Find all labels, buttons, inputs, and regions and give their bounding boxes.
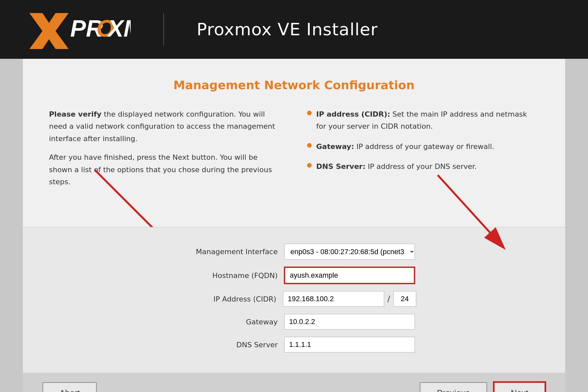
main-content: Management Network Configuration Please … <box>23 59 565 373</box>
list-item-ip: IP address (CIDR): Set the main IP addre… <box>307 108 539 133</box>
info-right: IP address (CIDR): Set the main IP addre… <box>307 108 539 194</box>
cidr-prefix-input[interactable] <box>393 291 416 307</box>
hostname-label: Hostname (FQDN) <box>173 271 278 280</box>
management-interface-select[interactable]: enp0s3 - 08:00:27:20:68:5d (pcnet32) <box>284 244 415 260</box>
dns-row: DNS Server <box>49 337 539 352</box>
info-section: Please verify the displayed network conf… <box>49 108 539 194</box>
list-item-ip-text: IP address (CIDR): Set the main IP addre… <box>316 108 539 133</box>
logo: PR O XM O X <box>26 10 131 49</box>
bottom-bar: Abort Previous Next <box>23 373 565 392</box>
ip-address-row: IP Address (CIDR) / <box>49 291 539 307</box>
header-divider <box>163 13 164 46</box>
list-item-dns-text: DNS Server: IP address of your DNS serve… <box>316 160 477 172</box>
bullet-icon-dns <box>307 163 312 168</box>
bullet-icon-gateway <box>307 143 312 148</box>
hostname-row: Hostname (FQDN) <box>49 267 539 284</box>
hostname-input[interactable] <box>284 267 415 284</box>
content-body: Management Network Configuration Please … <box>23 59 565 227</box>
info-left: Please verify the displayed network conf… <box>49 108 281 194</box>
next-button[interactable]: Next <box>494 382 546 392</box>
page-title: Management Network Configuration <box>49 78 539 92</box>
list-item-dns: DNS Server: IP address of your DNS serve… <box>307 160 539 172</box>
gateway-row: Gateway <box>49 314 539 330</box>
dns-input[interactable] <box>284 337 415 352</box>
info-list: IP address (CIDR): Set the main IP addre… <box>307 108 539 173</box>
header-title: Proxmox VE Installer <box>197 20 378 39</box>
cidr-container: / <box>283 291 416 307</box>
gateway-label: Gateway <box>173 318 278 326</box>
list-item-gateway-text: Gateway: IP address of your gateway or f… <box>316 140 494 153</box>
management-interface-row: Management Interface enp0s3 - 08:00:27:2… <box>49 244 539 260</box>
navigation-buttons: Previous Next <box>420 382 546 392</box>
dns-label: DNS Server <box>173 341 278 349</box>
cidr-slash: / <box>387 294 390 303</box>
management-interface-label: Management Interface <box>173 248 278 256</box>
ip-address-label: IP Address (CIDR) <box>172 295 276 303</box>
form-area: Management Interface enp0s3 - 08:00:27:2… <box>23 227 565 373</box>
proxmox-logo: PR O XM O X <box>26 10 131 49</box>
gateway-input[interactable] <box>284 314 415 330</box>
bullet-icon-ip <box>307 111 312 115</box>
ip-address-input[interactable] <box>283 291 384 307</box>
svg-marker-0 <box>29 13 69 49</box>
info-paragraph-1: Please verify the displayed network conf… <box>49 108 281 145</box>
list-item-gateway: Gateway: IP address of your gateway or f… <box>307 140 539 153</box>
previous-button[interactable]: Previous <box>420 382 487 392</box>
info-paragraph-2: After you have finished, press the Next … <box>49 151 281 188</box>
svg-text:XM: XM <box>106 15 131 41</box>
abort-button[interactable]: Abort <box>42 382 97 392</box>
header: PR O XM O X Proxmox VE Installer <box>0 0 588 59</box>
